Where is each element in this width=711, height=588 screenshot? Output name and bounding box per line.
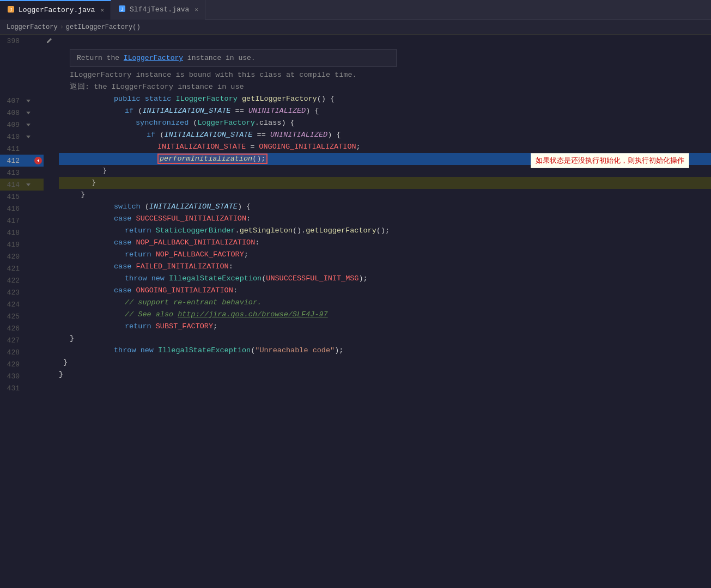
fold-426[interactable] xyxy=(24,322,33,334)
gutter-line-409: 409 xyxy=(0,119,44,131)
gutter-line-421: 421 xyxy=(0,262,44,274)
bp-429[interactable] xyxy=(33,358,44,370)
line-num-413: 413 xyxy=(0,169,24,177)
bp-408[interactable] xyxy=(33,107,44,119)
line-num-417: 417 xyxy=(0,217,24,225)
line-num-426: 426 xyxy=(0,324,24,333)
bp-428[interactable] xyxy=(33,346,44,358)
bp-411[interactable] xyxy=(33,143,44,155)
fold-424[interactable] xyxy=(24,298,33,310)
bp-398[interactable] xyxy=(33,35,44,47)
code-line-412: performInitialization(); 如果状态是还没执行初始化，则执… xyxy=(59,153,711,165)
breadcrumb-separator: › xyxy=(60,23,64,31)
bp-430[interactable] xyxy=(33,370,44,382)
bp-418[interactable] xyxy=(33,226,44,238)
fold-421[interactable] xyxy=(24,262,33,274)
bp-425[interactable] xyxy=(33,310,44,322)
gutter-line-420: 420 xyxy=(0,250,44,262)
fold-420[interactable] xyxy=(24,250,33,262)
code-line-429: } xyxy=(59,357,711,369)
bp-414[interactable] xyxy=(33,179,44,191)
bp-409[interactable] xyxy=(33,119,44,131)
tab-slf4jtest-close[interactable]: ✕ xyxy=(195,6,198,13)
gutter-line-416: 416 xyxy=(0,203,44,215)
javadoc-spacer-2 xyxy=(0,71,44,83)
tab-loggerfactory[interactable]: J LoggerFactory.java ✕ xyxy=(0,0,111,20)
code-line-413: } xyxy=(59,165,711,177)
fold-411[interactable] xyxy=(24,143,33,155)
fold-425[interactable] xyxy=(24,310,33,322)
bp-416[interactable] xyxy=(33,203,44,215)
fold-422[interactable] xyxy=(24,274,33,286)
editor-window: J LoggerFactory.java ✕ J Slf4jTest.java … xyxy=(0,0,711,588)
fold-398[interactable] xyxy=(24,35,33,47)
gutter-line-415: 415 xyxy=(0,191,44,203)
fold-423[interactable] xyxy=(24,286,33,298)
fold-427[interactable] xyxy=(24,334,33,346)
bp-426[interactable] xyxy=(33,322,44,334)
javadoc-line1: Return the ILoggerFactory instance in us… xyxy=(77,54,390,62)
gutter-line-426: 426 xyxy=(0,322,44,334)
gutter-line-398: 398 xyxy=(0,35,44,47)
tab-loggerfactory-close[interactable]: ✕ xyxy=(100,7,104,14)
fold-430[interactable] xyxy=(24,370,33,382)
line-num-430: 430 xyxy=(0,372,24,381)
line-gutter: 398 407 408 xyxy=(0,35,44,588)
bp-420[interactable] xyxy=(33,250,44,262)
code-line-414: } xyxy=(59,177,711,189)
svg-text:J: J xyxy=(10,7,13,13)
gutter-line-407: 407 xyxy=(0,95,44,107)
bp-417[interactable] xyxy=(33,215,44,226)
breadcrumb-class[interactable]: LoggerFactory xyxy=(7,23,58,31)
bp-419[interactable] xyxy=(33,238,44,250)
bp-422[interactable] xyxy=(33,274,44,286)
bp-421[interactable] xyxy=(33,262,44,274)
fold-416[interactable] xyxy=(24,203,33,215)
bp-412[interactable] xyxy=(33,155,44,167)
bp-407[interactable] xyxy=(33,95,44,107)
fold-417[interactable] xyxy=(24,215,33,226)
code-line-426: return SUBST_FACTORY; xyxy=(59,321,711,333)
line-num-410: 410 xyxy=(0,133,24,141)
fold-431[interactable] xyxy=(24,382,33,394)
bp-427[interactable] xyxy=(33,334,44,346)
javadoc-block: Return the ILoggerFactory instance in us… xyxy=(70,49,397,67)
fold-408[interactable] xyxy=(24,107,33,119)
line-num-407: 407 xyxy=(0,97,24,105)
line-num-418: 418 xyxy=(0,229,24,237)
fold-429[interactable] xyxy=(24,358,33,370)
gutter-line-411: 411 xyxy=(0,143,44,155)
bp-415[interactable] xyxy=(33,191,44,203)
breadcrumb-method[interactable]: getILoggerFactory() xyxy=(66,23,141,31)
fold-413[interactable] xyxy=(24,167,33,179)
fold-428[interactable] xyxy=(24,346,33,358)
fold-414[interactable] xyxy=(24,179,33,191)
gutter-line-430: 430 xyxy=(0,370,44,382)
edit-icon-398[interactable] xyxy=(45,35,53,47)
gutter-line-413: 413 xyxy=(0,167,44,179)
fold-407[interactable] xyxy=(24,95,33,107)
bp-431[interactable] xyxy=(33,382,44,394)
editor-area: 398 407 408 xyxy=(0,35,711,588)
fold-419[interactable] xyxy=(24,238,33,250)
fold-410[interactable] xyxy=(24,131,33,143)
line-num-427: 427 xyxy=(0,336,24,345)
fold-409[interactable] xyxy=(24,119,33,131)
svg-text:J: J xyxy=(121,7,124,12)
bp-413[interactable] xyxy=(33,167,44,179)
line-num-398: 398 xyxy=(0,37,24,45)
fold-412[interactable] xyxy=(24,155,33,167)
bp-424[interactable] xyxy=(33,298,44,310)
breakpoint-indicator-412 xyxy=(34,157,42,164)
tab-icon-slf4jtest: J xyxy=(118,4,126,15)
tab-slf4jtest[interactable]: J Slf4jTest.java ✕ xyxy=(111,0,205,20)
code-editor[interactable]: Return the ILoggerFactory instance in us… xyxy=(54,35,711,588)
bp-410[interactable] xyxy=(33,131,44,143)
code-line-428: throw new IllegalStateException("Unreach… xyxy=(59,345,711,357)
fold-418[interactable] xyxy=(24,226,33,238)
gutter-line-422: 422 xyxy=(0,274,44,286)
line-num-425: 425 xyxy=(0,313,24,321)
line-num-420: 420 xyxy=(0,253,24,261)
fold-415[interactable] xyxy=(24,191,33,203)
bp-423[interactable] xyxy=(33,286,44,298)
